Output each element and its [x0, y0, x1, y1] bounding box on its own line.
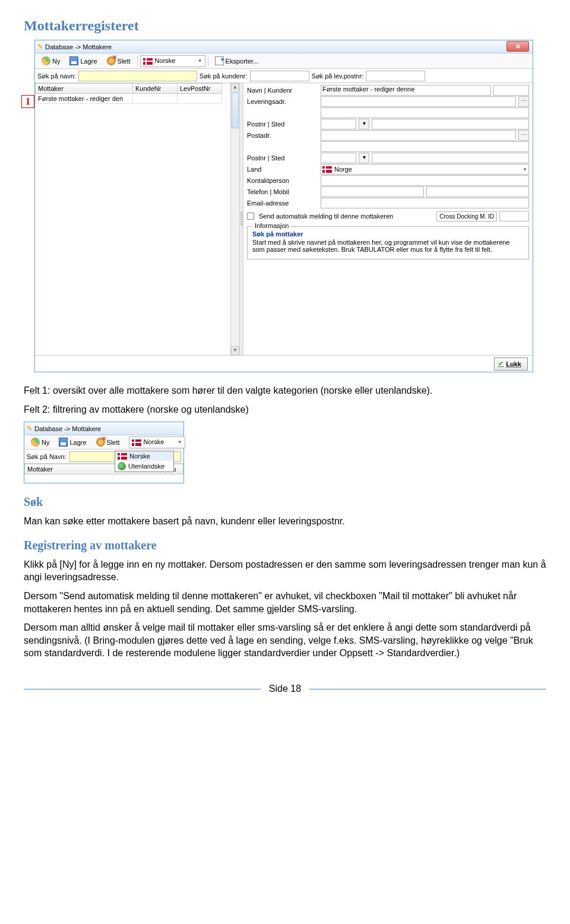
input-mobil[interactable] — [426, 186, 530, 197]
flag-no-icon — [118, 453, 127, 460]
search-name-label: Søk på navn: — [37, 72, 76, 80]
para-reg3: Dersom man alltid ønsker å velge mail ti… — [24, 621, 546, 660]
recipients-grid[interactable]: Mottaker KundeNr LevPostNr Første mottak… — [35, 83, 239, 104]
col-mottaker[interactable]: Mottaker — [35, 83, 133, 94]
search-lev-input[interactable] — [366, 71, 425, 81]
scroll-thumb[interactable] — [232, 93, 239, 128]
scroll-up-icon[interactable]: ▲ — [231, 83, 239, 92]
search-row: Søk på navn: Søk på kundenr: Søk på lev.… — [35, 69, 533, 83]
search-kundenr-input[interactable] — [250, 71, 309, 81]
filter-value: Norske — [155, 57, 176, 64]
para-reg1: Klikk på [Ny] for å legge inn en ny mott… — [24, 558, 546, 584]
label-email: Email-adresse — [247, 200, 318, 207]
label-postnr1: Postnr | Sted — [247, 121, 318, 128]
input-postnr1[interactable] — [321, 119, 356, 129]
search-name-input[interactable] — [78, 71, 197, 81]
window-title: Database -> Mottakere — [34, 425, 101, 432]
input-postnr2[interactable] — [321, 153, 356, 163]
input-navn[interactable]: Første mottaker - rediger denne — [321, 85, 491, 96]
new-button[interactable]: Ny — [37, 55, 64, 67]
input-postadr[interactable] — [321, 130, 516, 141]
separator — [208, 56, 208, 67]
chevron-down-icon: ▼ — [522, 167, 527, 172]
flag-no-icon — [143, 58, 153, 65]
delete-icon — [107, 56, 116, 65]
flag-no-icon — [132, 439, 141, 446]
autosend-label: Send automatisk melding til denne mottak… — [259, 213, 434, 220]
label-land: Land — [247, 166, 318, 173]
check-icon: ✔ — [498, 360, 504, 368]
filter-option-norske[interactable]: Norske — [115, 451, 173, 461]
search-kundenr-label: Søk på kundenr: — [200, 72, 248, 80]
save-icon — [59, 438, 68, 447]
info-legend: Informasjon — [252, 222, 291, 229]
cell-kundenr — [133, 94, 178, 104]
lukk-label: Lukk — [506, 360, 521, 368]
delete-button[interactable]: Slett — [103, 55, 135, 67]
close-button-lukk[interactable]: ✔ Lukk — [494, 357, 528, 371]
input-levadr2[interactable] — [321, 107, 529, 118]
export-label: Eksporter... — [226, 58, 259, 65]
col-kundenr[interactable]: KundeNr — [133, 83, 178, 94]
app-icon: ✎ — [37, 43, 43, 50]
export-button[interactable]: Eksporter... — [211, 55, 263, 67]
input-land[interactable]: Norge ▼ — [321, 164, 529, 175]
input-crossdock[interactable] — [499, 211, 529, 221]
levadr-more-button[interactable]: ⋯ — [518, 96, 529, 107]
filter-combo[interactable]: Norske ▼ — [140, 55, 205, 67]
input-telefon[interactable] — [321, 186, 424, 197]
save-button[interactable]: Lagre — [55, 436, 90, 448]
grid-scrollbar[interactable]: ▲ ▼ — [230, 83, 239, 355]
info-box: Informasjon Søk på mottaker Start med å … — [247, 226, 529, 260]
close-button[interactable]: ✕ — [506, 41, 529, 52]
filter-option-utenlandske[interactable]: Utenlandske — [115, 461, 173, 472]
input-kontakt[interactable] — [321, 175, 529, 186]
input-sted2[interactable] — [372, 153, 529, 163]
para-sok: Man kan søke etter mottakere basert på n… — [24, 515, 546, 528]
save-label: Lagre — [69, 439, 86, 446]
filter-dropdown-list: Norske Utenlandske — [115, 451, 174, 472]
new-icon — [31, 438, 40, 447]
export-icon — [215, 56, 224, 65]
search-name-label: Søk på Navn: — [27, 453, 66, 460]
new-button[interactable]: Ny — [27, 436, 53, 448]
cell-levpost — [178, 94, 222, 104]
col-levpost[interactable]: LevPostNr — [178, 83, 222, 94]
table-row[interactable]: Første mottaker - rediger den — [35, 94, 239, 104]
postnr1-lookup[interactable]: ▾ — [359, 119, 369, 129]
autosend-checkbox[interactable] — [247, 213, 254, 220]
heading-reg: Registrering av mottakere — [24, 539, 546, 552]
postnr2-lookup[interactable]: ▾ — [359, 153, 369, 163]
delete-label: Slett — [107, 439, 120, 446]
search-lev-label: Søk på lev.postnr: — [312, 72, 364, 80]
filter-combo[interactable]: Norske ▼ — [129, 436, 185, 448]
label-postnr2: Postnr | Sted — [247, 154, 318, 162]
input-postadr2[interactable] — [321, 141, 529, 152]
input-kundenr[interactable] — [493, 85, 529, 96]
delete-icon — [96, 438, 105, 447]
new-icon — [42, 56, 50, 65]
right-form-pane: Navn | Kundenr Første mottaker - rediger… — [243, 83, 533, 355]
para-reg2: Dersom "Send automatisk melding til denn… — [24, 590, 546, 615]
input-email[interactable] — [321, 198, 529, 208]
toolbar: Ny Lagre Slett Norske ▼ Eksporter... — [35, 53, 533, 69]
input-levadr1[interactable] — [321, 96, 516, 107]
app-icon: ✎ — [27, 425, 32, 432]
info-title: Søk på mottaker — [252, 230, 524, 238]
new-label: Ny — [42, 439, 49, 446]
doc-title: Mottakerregisteret — [24, 18, 546, 34]
delete-label: Slett — [118, 58, 131, 65]
save-button[interactable]: Lagre — [65, 55, 101, 67]
save-icon — [69, 56, 78, 65]
dropdown-screenshot: ✎ Database -> Mottakere Ny Lagre Slett N… — [24, 422, 184, 483]
postadr-more-button[interactable]: ⋯ — [518, 130, 529, 141]
scroll-down-icon[interactable]: ▼ — [231, 346, 239, 355]
input-sted1[interactable] — [372, 119, 529, 129]
window-footer: ✔ Lukk — [35, 355, 533, 372]
globe-icon — [118, 462, 126, 470]
label-navn: Navn | Kundenr — [247, 87, 318, 94]
save-label: Lagre — [80, 58, 97, 65]
window-titlebar: ✎ Database -> Mottakere ✕ — [35, 40, 533, 53]
delete-button[interactable]: Slett — [92, 436, 124, 448]
separator — [137, 56, 138, 67]
